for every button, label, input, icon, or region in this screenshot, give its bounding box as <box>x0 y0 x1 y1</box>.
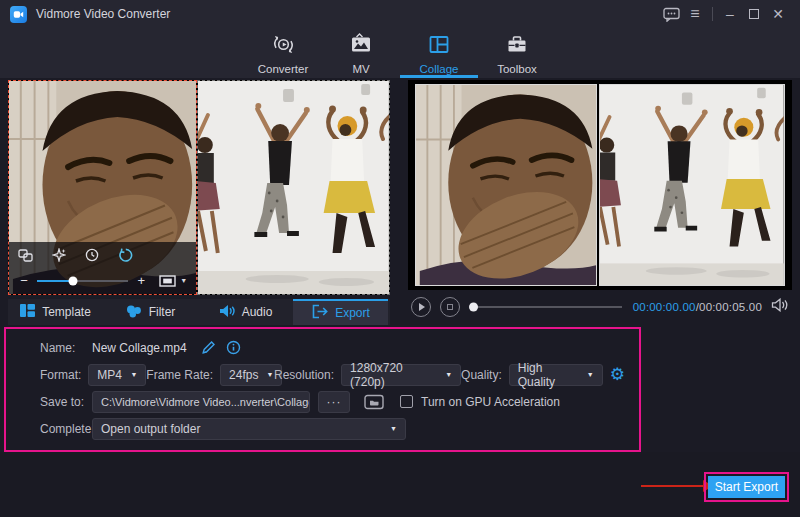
complete-action-dropdown[interactable]: Open output folder ▼ <box>92 418 406 440</box>
subtab-label: Audio <box>242 305 273 319</box>
window-title: Vidmore Video Converter <box>36 7 170 21</box>
total-time: /00:00:05.00 <box>696 301 762 313</box>
collage-cell[interactable] <box>197 80 390 295</box>
tab-label: Converter <box>258 63 309 75</box>
stop-icon <box>447 304 454 311</box>
tab-mv[interactable]: MV <box>322 28 400 78</box>
slider-thumb[interactable] <box>69 276 78 285</box>
format-value: MP4 <box>97 368 122 382</box>
scale-slider[interactable] <box>37 280 128 282</box>
trim-clock-icon[interactable] <box>85 248 99 266</box>
collage-editor-canvas: − + ▼ <box>8 80 390 295</box>
app-window: Vidmore Video Converter ≡ – ✕ Converter … <box>0 0 800 517</box>
zoom-out-icon[interactable]: − <box>18 274 30 287</box>
maximize-icon <box>749 9 759 19</box>
format-label: Format: <box>40 368 81 382</box>
editor-column: − + ▼ <box>8 80 390 325</box>
footer-bar: Start Export <box>0 452 800 517</box>
subtab-export[interactable]: Export <box>293 299 388 325</box>
titlebar-divider <box>712 7 713 21</box>
chevron-down-icon: ▼ <box>130 371 137 378</box>
browse-more-button[interactable]: ··· <box>318 391 350 413</box>
format-dropdown[interactable]: MP4 ▼ <box>88 364 146 386</box>
annotation-arrow <box>641 485 703 487</box>
save-path-field[interactable]: C:\Vidmore\Vidmore Video...nverter\Colla… <box>92 391 310 413</box>
video-dancers-preview <box>600 85 784 285</box>
chevron-down-icon: ▼ <box>180 277 187 284</box>
subtab-label: Filter <box>149 305 176 319</box>
tab-toolbox[interactable]: Toolbox <box>478 28 556 78</box>
main-nav: Converter MV Collage Toolbox <box>0 28 800 78</box>
complete-label: Complete: <box>40 422 92 436</box>
complete-value: Open output folder <box>101 422 200 436</box>
quality-label: Quality: <box>461 368 502 382</box>
gpu-acceleration-checkbox[interactable] <box>400 395 413 408</box>
rename-pencil-icon[interactable] <box>201 340 216 355</box>
highlight-box: Start Export <box>704 472 789 502</box>
menu-icon[interactable]: ≡ <box>683 3 707 25</box>
close-button[interactable]: ✕ <box>766 3 790 25</box>
video-dancers-thumbnail <box>198 81 389 294</box>
filter-icon <box>126 304 142 321</box>
start-export-button[interactable]: Start Export <box>708 476 785 498</box>
seek-bar[interactable] <box>471 306 622 308</box>
export-settings-panel: Name: New Collage.mp4 Format: MP4 ▼ Fram… <box>4 327 641 452</box>
info-icon[interactable] <box>226 340 241 355</box>
template-icon <box>20 304 35 320</box>
format-row: Format: MP4 ▼ Frame Rate: 24fps ▼ Resolu… <box>6 361 639 388</box>
converter-icon <box>271 32 296 59</box>
framerate-label: Frame Rate: <box>146 368 213 382</box>
tab-label: Collage <box>420 63 459 75</box>
name-row: Name: New Collage.mp4 <box>6 334 639 361</box>
display-mode-button[interactable]: ▼ <box>159 275 187 287</box>
tab-label: Toolbox <box>497 63 537 75</box>
filter-effect-icon[interactable] <box>52 248 66 266</box>
feedback-icon[interactable] <box>659 3 683 25</box>
video-man-preview <box>416 85 596 285</box>
zoom-in-icon[interactable]: + <box>135 274 147 287</box>
subtab-filter[interactable]: Filter <box>103 299 198 325</box>
resolution-value: 1280x720 (720p) <box>350 361 437 389</box>
playback-controls: 00:00:00.00/00:00:05.00 <box>408 294 792 320</box>
workspace: − + ▼ <box>0 78 800 325</box>
settings-gear-icon[interactable]: ⚙ <box>610 366 625 383</box>
audio-icon <box>219 304 235 321</box>
preview-cell-man <box>415 84 597 286</box>
collage-cell-selected[interactable]: − + ▼ <box>8 80 197 295</box>
rotate-icon[interactable] <box>118 248 133 266</box>
quality-value: High Quality <box>518 361 579 389</box>
subtab-template[interactable]: Template <box>8 299 103 325</box>
gpu-acceleration-label: Turn on GPU Acceleration <box>421 395 560 409</box>
chevron-down-icon: ▼ <box>445 371 452 378</box>
subtab-label: Export <box>335 306 370 320</box>
seek-handle[interactable] <box>469 303 478 312</box>
collage-preview <box>408 80 792 290</box>
stop-button[interactable] <box>440 297 460 317</box>
tab-converter[interactable]: Converter <box>244 28 322 78</box>
resolution-label: Resolution: <box>274 368 334 382</box>
framerate-value: 24fps <box>229 368 258 382</box>
framerate-dropdown[interactable]: 24fps ▼ <box>220 364 282 386</box>
titlebar: Vidmore Video Converter ≡ – ✕ <box>0 0 800 28</box>
play-button[interactable] <box>411 297 431 317</box>
tab-collage[interactable]: Collage <box>400 28 478 78</box>
maximize-button[interactable] <box>742 3 766 25</box>
mv-icon <box>349 32 373 59</box>
display-mode-icon <box>159 275 176 287</box>
open-folder-icon[interactable] <box>364 394 384 410</box>
preview-column: 00:00:00.00/00:00:05.00 <box>408 80 792 325</box>
chevron-down-icon: ▼ <box>390 425 397 432</box>
resolution-dropdown[interactable]: 1280x720 (720p) ▼ <box>341 364 461 386</box>
toolbox-icon <box>505 32 529 59</box>
replace-clip-icon[interactable] <box>18 248 33 266</box>
save-to-label: Save to: <box>40 395 92 409</box>
volume-icon[interactable] <box>771 298 789 316</box>
quality-dropdown[interactable]: High Quality ▼ <box>509 364 603 386</box>
chevron-down-icon: ▼ <box>266 371 273 378</box>
save-to-row: Save to: C:\Vidmore\Vidmore Video...nver… <box>6 388 639 415</box>
subtab-label: Template <box>42 305 91 319</box>
minimize-button[interactable]: – <box>718 3 742 25</box>
app-logo-icon <box>10 6 27 23</box>
subtab-audio[interactable]: Audio <box>198 299 293 325</box>
name-value: New Collage.mp4 <box>92 341 187 355</box>
